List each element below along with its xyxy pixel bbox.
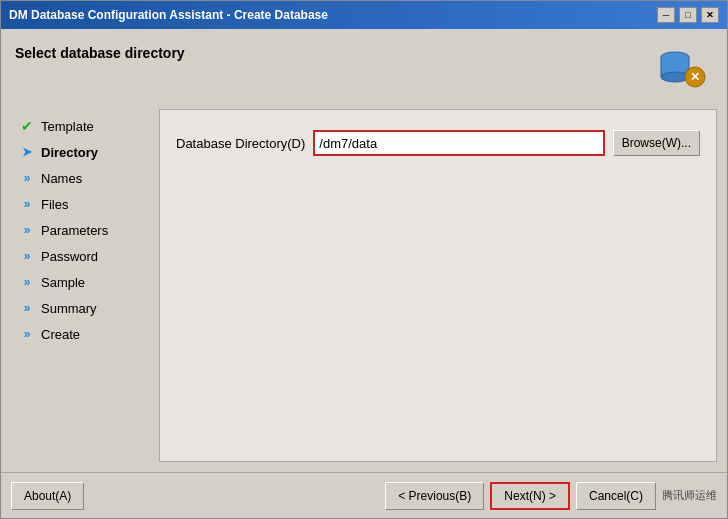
- sidebar-label-summary: Summary: [41, 301, 97, 316]
- sidebar-label-parameters: Parameters: [41, 223, 108, 238]
- arrow-double-icon-sample: »: [19, 274, 35, 290]
- content-area: Select database directory ✕ ✔ T: [1, 29, 727, 472]
- footer: About(A) < Previous(B) Next(N) > Cancel(…: [1, 472, 727, 518]
- directory-form-row: Database Directory(D) Browse(W)...: [176, 130, 700, 156]
- sidebar-label-sample: Sample: [41, 275, 85, 290]
- sidebar-item-directory[interactable]: ➤ Directory: [11, 139, 159, 165]
- sidebar-label-names: Names: [41, 171, 82, 186]
- cancel-button[interactable]: Cancel(C): [576, 482, 656, 510]
- svg-text:✕: ✕: [690, 70, 700, 84]
- browse-button[interactable]: Browse(W)...: [613, 130, 700, 156]
- footer-right: < Previous(B) Next(N) > Cancel(C) 腾讯师运维: [385, 482, 717, 510]
- watermark-text: 腾讯师运维: [662, 488, 717, 503]
- sidebar-item-template[interactable]: ✔ Template: [11, 113, 159, 139]
- sidebar: ✔ Template ➤ Directory » Names » Files: [11, 109, 159, 462]
- about-button[interactable]: About(A): [11, 482, 84, 510]
- arrow-double-icon-summary: »: [19, 300, 35, 316]
- sidebar-item-parameters[interactable]: » Parameters: [11, 217, 159, 243]
- sidebar-item-sample[interactable]: » Sample: [11, 269, 159, 295]
- arrow-double-icon-parameters: »: [19, 222, 35, 238]
- window-title: DM Database Configuration Assistant - Cr…: [9, 8, 328, 22]
- sidebar-item-password[interactable]: » Password: [11, 243, 159, 269]
- sidebar-label-password: Password: [41, 249, 98, 264]
- sidebar-label-files: Files: [41, 197, 68, 212]
- footer-left: About(A): [11, 482, 84, 510]
- maximize-button[interactable]: □: [679, 7, 697, 23]
- header-section: Select database directory ✕: [11, 39, 717, 101]
- title-bar: DM Database Configuration Assistant - Cr…: [1, 1, 727, 29]
- arrow-double-icon-names: »: [19, 170, 35, 186]
- right-panel: Database Directory(D) Browse(W)...: [159, 109, 717, 462]
- arrow-double-icon-create: »: [19, 326, 35, 342]
- checkmark-icon: ✔: [19, 118, 35, 134]
- sidebar-item-create[interactable]: » Create: [11, 321, 159, 347]
- page-title: Select database directory: [15, 45, 185, 61]
- sidebar-label-template: Template: [41, 119, 94, 134]
- sidebar-item-summary[interactable]: » Summary: [11, 295, 159, 321]
- database-icon: ✕: [653, 45, 713, 95]
- arrow-double-icon-files: »: [19, 196, 35, 212]
- next-button[interactable]: Next(N) >: [490, 482, 570, 510]
- sidebar-label-directory: Directory: [41, 145, 98, 160]
- minimize-button[interactable]: ─: [657, 7, 675, 23]
- sidebar-label-create: Create: [41, 327, 80, 342]
- directory-label: Database Directory(D): [176, 136, 305, 151]
- arrow-double-icon-password: »: [19, 248, 35, 264]
- previous-button[interactable]: < Previous(B): [385, 482, 484, 510]
- sidebar-item-files[interactable]: » Files: [11, 191, 159, 217]
- close-button[interactable]: ✕: [701, 7, 719, 23]
- title-bar-buttons: ─ □ ✕: [657, 7, 719, 23]
- arrow-right-icon: ➤: [19, 144, 35, 160]
- sidebar-item-names[interactable]: » Names: [11, 165, 159, 191]
- main-panel: ✔ Template ➤ Directory » Names » Files: [11, 109, 717, 462]
- directory-input[interactable]: [313, 130, 604, 156]
- main-window: DM Database Configuration Assistant - Cr…: [0, 0, 728, 519]
